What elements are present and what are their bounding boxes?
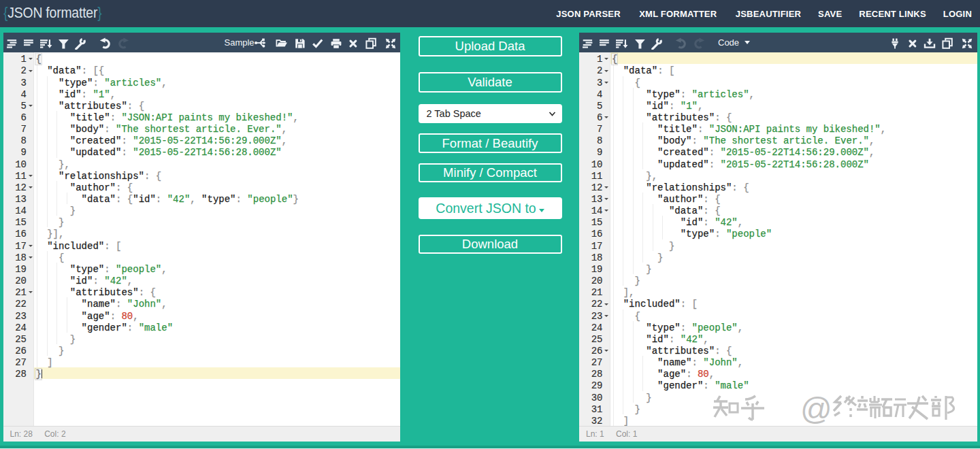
svg-text:@: @ <box>800 395 832 426</box>
